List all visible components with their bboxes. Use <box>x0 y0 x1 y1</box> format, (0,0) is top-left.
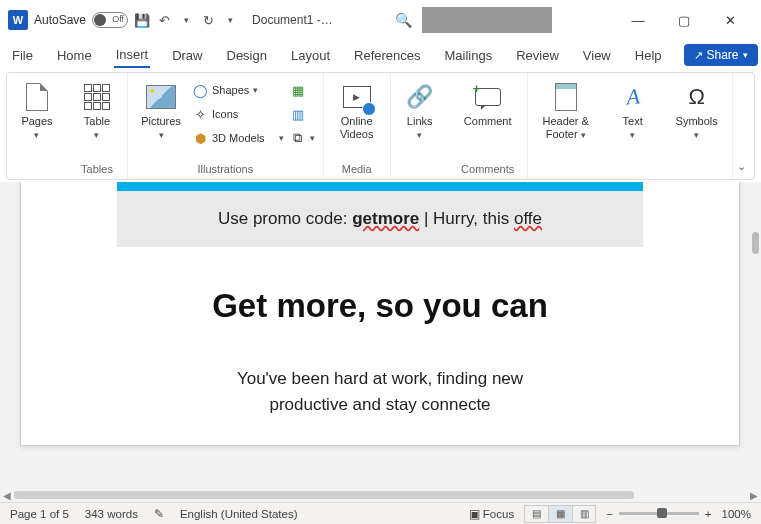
undo-dropdown[interactable]: ▾ <box>178 12 194 28</box>
status-bar: Page 1 of 5 343 words ✎ English (United … <box>0 502 761 524</box>
page-indicator[interactable]: Page 1 of 5 <box>10 508 69 520</box>
group-label-comments: Comments <box>461 161 514 177</box>
tab-file[interactable]: File <box>10 44 35 67</box>
links-button[interactable]: 🔗 Links▾ <box>399 77 441 142</box>
chart-icon: ▥ <box>290 106 306 122</box>
scroll-left-icon[interactable]: ◀ <box>0 490 14 501</box>
ribbon-insert: Pages▾ Table▾ Tables Pictures▾ ◯Shapes ▾… <box>6 72 755 180</box>
group-label-illustrations: Illustrations <box>198 161 254 177</box>
tab-draw[interactable]: Draw <box>170 44 204 67</box>
globe-icon <box>362 102 376 116</box>
group-pages: Pages▾ <box>7 73 67 179</box>
doc-headline: Get more, so you can <box>117 287 643 325</box>
tab-mailings[interactable]: Mailings <box>443 44 495 67</box>
horizontal-scroll-thumb[interactable] <box>14 491 634 499</box>
spellcheck-icon[interactable]: ✎ <box>154 507 164 521</box>
page: Use promo code: getmore | Hurry, this of… <box>20 182 740 446</box>
focus-mode-button[interactable]: ▣Focus <box>469 507 514 521</box>
text-icon: A <box>615 80 650 115</box>
header-footer-button[interactable]: Header &Footer ▾ <box>536 77 596 142</box>
pages-button[interactable]: Pages▾ <box>15 77 59 142</box>
smartart-icon: ▦ <box>290 82 306 98</box>
tab-insert[interactable]: Insert <box>114 43 151 68</box>
screenshot-button[interactable]: ⧉▾ <box>290 127 315 149</box>
autosave-label: AutoSave <box>34 13 86 27</box>
read-mode-button[interactable]: ▤ <box>524 505 548 523</box>
word-app-icon: W <box>8 10 28 30</box>
shapes-icon: ◯ <box>192 82 208 98</box>
icons-button[interactable]: ✧Icons <box>192 103 284 125</box>
header-footer-icon <box>555 83 577 111</box>
share-label: Share <box>707 48 739 62</box>
group-label-tables: Tables <box>81 161 113 177</box>
symbols-button[interactable]: Ω Symbols▾ <box>670 77 724 142</box>
3d-models-button[interactable]: ⬢3D Models ▾ <box>192 127 284 149</box>
tab-home[interactable]: Home <box>55 44 94 67</box>
smartart-button[interactable]: ▦ <box>290 79 315 101</box>
close-button[interactable]: ✕ <box>707 5 753 35</box>
group-header-footer: Header &Footer ▾ <box>528 73 604 179</box>
zoom-knob[interactable] <box>657 508 667 518</box>
doc-body-line-2: productive and stay connecte <box>117 395 643 415</box>
table-icon <box>84 84 110 110</box>
shapes-button[interactable]: ◯Shapes ▾ <box>192 79 284 101</box>
icons-icon: ✧ <box>192 106 208 122</box>
title-bar: W AutoSave Off 💾 ↶ ▾ ↻ ▾ Document1 -… 🔍 … <box>0 0 761 40</box>
online-videos-button[interactable]: OnlineVideos <box>332 77 382 141</box>
chart-button[interactable]: ▥ <box>290 103 315 125</box>
undo-icon[interactable]: ↶ <box>156 12 172 28</box>
ribbon-tabs: File Home Insert Draw Design Layout Refe… <box>0 40 761 70</box>
maximize-button[interactable]: ▢ <box>661 5 707 35</box>
text-button[interactable]: A Text▾ <box>612 77 654 142</box>
redo-icon[interactable]: ↻ <box>200 12 216 28</box>
promo-code: getmore <box>352 209 419 228</box>
zoom-out-button[interactable]: − <box>606 508 613 520</box>
word-count[interactable]: 343 words <box>85 508 138 520</box>
group-comments: Comment Comments <box>449 73 528 179</box>
pictures-button[interactable]: Pictures▾ <box>136 77 186 142</box>
screenshot-icon: ⧉ <box>290 130 306 146</box>
group-text: A Text▾ <box>604 73 662 179</box>
group-links: 🔗 Links▾ <box>391 73 449 179</box>
scroll-right-icon[interactable]: ▶ <box>747 490 761 501</box>
3d-models-icon: ⬢ <box>192 130 208 146</box>
tab-references[interactable]: References <box>352 44 422 67</box>
chevron-down-icon: ▾ <box>743 50 748 60</box>
zoom-in-button[interactable]: + <box>705 508 712 520</box>
account-area[interactable] <box>422 7 552 33</box>
tab-help[interactable]: Help <box>633 44 664 67</box>
group-tables: Table▾ Tables <box>67 73 128 179</box>
comment-button[interactable]: Comment <box>457 77 519 128</box>
link-icon: 🔗 <box>404 81 436 113</box>
document-title: Document1 -… <box>252 13 333 27</box>
tab-review[interactable]: Review <box>514 44 561 67</box>
print-layout-button[interactable]: ▦ <box>548 505 572 523</box>
autosave-toggle[interactable]: Off <box>92 12 128 28</box>
share-icon: ↗ <box>694 49 703 62</box>
minimize-button[interactable]: — <box>615 5 661 35</box>
group-illustrations: Pictures▾ ◯Shapes ▾ ✧Icons ⬢3D Models ▾ … <box>128 73 324 179</box>
zoom-slider[interactable]: − + <box>606 508 711 520</box>
qat-customize[interactable]: ▾ <box>222 12 238 28</box>
document-canvas[interactable]: Use promo code: getmore | Hurry, this of… <box>0 182 761 496</box>
zoom-percent[interactable]: 100% <box>722 508 751 520</box>
view-mode-buttons: ▤ ▦ ▥ <box>524 505 596 523</box>
share-button[interactable]: ↗ Share ▾ <box>684 44 758 66</box>
pictures-icon <box>146 85 176 109</box>
tab-view[interactable]: View <box>581 44 613 67</box>
group-symbols: Ω Symbols▾ <box>662 73 733 179</box>
tab-design[interactable]: Design <box>225 44 269 67</box>
group-label-media: Media <box>342 161 372 177</box>
omega-icon: Ω <box>681 81 713 113</box>
tab-layout[interactable]: Layout <box>289 44 332 67</box>
save-icon[interactable]: 💾 <box>134 12 150 28</box>
vertical-scroll-thumb[interactable] <box>752 232 759 254</box>
table-button[interactable]: Table▾ <box>75 77 119 142</box>
language-indicator[interactable]: English (United States) <box>180 508 298 520</box>
page-icon <box>26 83 48 111</box>
horizontal-scrollbar[interactable]: ◀ ▶ <box>0 488 761 502</box>
web-layout-button[interactable]: ▥ <box>572 505 596 523</box>
collapse-ribbon-icon[interactable]: ⌄ <box>737 160 746 173</box>
search-icon[interactable]: 🔍 <box>395 12 412 28</box>
promo-banner: Use promo code: getmore | Hurry, this of… <box>117 191 643 247</box>
